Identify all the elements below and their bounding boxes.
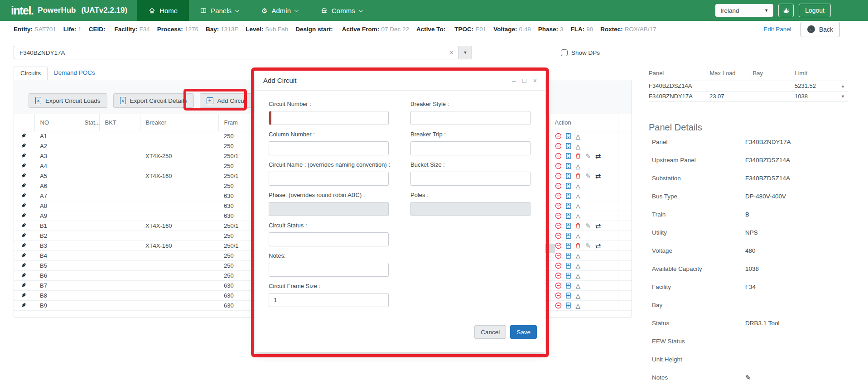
- panel-table-row[interactable]: F340BZDSZ14A 5231.52 ▲: [649, 81, 848, 91]
- panel-drawer-icon[interactable]: [564, 242, 572, 249]
- circuit-frame-size-input[interactable]: [269, 293, 389, 307]
- edit-notes-icon[interactable]: ✎: [745, 374, 751, 380]
- combobox-dropdown-button[interactable]: ▼: [458, 46, 472, 59]
- remove-circuit-icon[interactable]: [555, 163, 562, 169]
- panel-drawer-icon[interactable]: [564, 173, 572, 179]
- col-panel[interactable]: Panel: [649, 66, 708, 81]
- remove-circuit-icon[interactable]: [555, 302, 562, 309]
- delete-circuit-icon[interactable]: [574, 242, 582, 249]
- edit-circuit-icon[interactable]: ✎: [584, 153, 592, 159]
- warning-triangle-icon[interactable]: △: [574, 303, 582, 309]
- warning-triangle-icon[interactable]: △: [574, 193, 582, 199]
- remove-circuit-icon[interactable]: [555, 202, 562, 209]
- scroll-arrow-icon[interactable]: ▼: [838, 94, 848, 99]
- breaker-trip-input[interactable]: [410, 141, 530, 155]
- warning-triangle-icon[interactable]: △: [574, 203, 582, 209]
- panel-drawer-icon[interactable]: [564, 252, 572, 259]
- col-limit[interactable]: Limit: [793, 66, 836, 81]
- plug-pin-icon[interactable]: [21, 282, 27, 288]
- panel-drawer-icon[interactable]: [564, 222, 572, 229]
- show-dps-toggle[interactable]: Show DPs: [561, 49, 600, 56]
- maximize-icon[interactable]: □: [522, 77, 526, 84]
- delete-circuit-icon[interactable]: [574, 153, 582, 159]
- tab-circuits[interactable]: Circuits: [14, 67, 48, 80]
- col-no[interactable]: NO: [34, 114, 79, 131]
- warning-triangle-icon[interactable]: △: [574, 183, 582, 189]
- warning-triangle-icon[interactable]: △: [574, 263, 582, 269]
- bucket-size-input[interactable]: [410, 172, 530, 186]
- logout-button[interactable]: Logout: [799, 4, 831, 17]
- panel-drawer-icon[interactable]: [564, 202, 572, 209]
- panel-drawer-icon[interactable]: [564, 292, 572, 299]
- panel-drawer-icon[interactable]: [564, 163, 572, 169]
- plug-pin-icon[interactable]: [21, 242, 27, 248]
- warning-triangle-icon[interactable]: △: [574, 213, 582, 219]
- panel-drawer-icon[interactable]: [564, 143, 572, 149]
- warning-triangle-icon[interactable]: △: [574, 163, 582, 169]
- transfer-circuit-icon[interactable]: ⇄: [594, 173, 602, 179]
- transfer-circuit-icon[interactable]: ⇄: [594, 153, 602, 159]
- plug-pin-icon[interactable]: [21, 272, 27, 278]
- col-status[interactable]: Stat...: [79, 114, 99, 131]
- remove-circuit-icon[interactable]: [555, 153, 562, 159]
- plug-pin-icon[interactable]: [21, 202, 27, 208]
- col-bay[interactable]: Bay: [751, 66, 793, 81]
- warning-triangle-icon[interactable]: △: [574, 253, 582, 259]
- scroll-arrow-icon[interactable]: ▲: [838, 84, 848, 88]
- panel-drawer-icon[interactable]: [564, 232, 572, 239]
- panel-drawer-icon[interactable]: [564, 192, 572, 199]
- show-dps-checkbox[interactable]: [561, 49, 568, 56]
- warning-triangle-icon[interactable]: △: [574, 293, 582, 299]
- edit-circuit-icon[interactable]: ✎: [584, 222, 592, 229]
- plug-pin-icon[interactable]: [21, 132, 27, 139]
- bug-report-button[interactable]: [778, 4, 794, 17]
- panel-drawer-icon[interactable]: [564, 183, 572, 189]
- remove-circuit-icon[interactable]: [555, 183, 562, 189]
- col-breaker[interactable]: Breaker: [140, 114, 218, 131]
- warning-triangle-icon[interactable]: △: [574, 133, 582, 139]
- circuit-name-input[interactable]: [269, 172, 389, 186]
- col-bkt[interactable]: BKT: [99, 114, 140, 131]
- export-circuit-details-button[interactable]: x Export Circuit Details: [113, 93, 194, 108]
- delete-circuit-icon[interactable]: [574, 173, 582, 179]
- remove-circuit-icon[interactable]: [555, 133, 562, 139]
- save-button[interactable]: Save: [510, 325, 537, 339]
- plug-pin-icon[interactable]: [21, 152, 27, 159]
- remove-circuit-icon[interactable]: [555, 232, 562, 239]
- add-circuit-button[interactable]: + Add Circuit: [200, 93, 254, 108]
- breaker-style-input[interactable]: [410, 111, 530, 125]
- warning-triangle-icon[interactable]: △: [574, 283, 582, 289]
- circuit-status-input[interactable]: [269, 232, 389, 246]
- tab-demand-pocs[interactable]: Demand POCs: [48, 67, 101, 80]
- panel-drawer-icon[interactable]: [564, 133, 572, 139]
- cancel-button[interactable]: Cancel: [474, 325, 506, 339]
- transfer-circuit-icon[interactable]: ⇄: [594, 222, 602, 229]
- panel-drawer-icon[interactable]: [564, 262, 572, 269]
- plug-pin-icon[interactable]: [21, 302, 27, 308]
- remove-circuit-icon[interactable]: [555, 173, 562, 179]
- column-number-input[interactable]: [269, 141, 389, 155]
- plug-pin-icon[interactable]: [21, 292, 27, 298]
- plug-pin-icon[interactable]: [21, 192, 27, 198]
- edit-circuit-icon[interactable]: ✎: [584, 242, 592, 249]
- remove-circuit-icon[interactable]: [555, 252, 562, 259]
- delete-circuit-icon[interactable]: [574, 222, 582, 229]
- col-max-load[interactable]: Max Load: [708, 66, 751, 81]
- remove-circuit-icon[interactable]: [555, 262, 562, 269]
- circuit-number-input[interactable]: [269, 111, 389, 125]
- warning-triangle-icon[interactable]: △: [574, 273, 582, 279]
- nav-item-home[interactable]: Home: [137, 0, 189, 21]
- nav-item-admin[interactable]: ⚙ Admin: [250, 0, 309, 21]
- warning-triangle-icon[interactable]: △: [574, 143, 582, 149]
- plug-pin-icon[interactable]: [21, 212, 27, 218]
- plug-pin-icon[interactable]: [21, 222, 27, 228]
- panel-drawer-icon[interactable]: [564, 302, 572, 309]
- plug-pin-icon[interactable]: [21, 162, 27, 168]
- transfer-circuit-icon[interactable]: ⇄: [594, 242, 602, 249]
- remove-circuit-icon[interactable]: [555, 242, 562, 249]
- plug-pin-icon[interactable]: [21, 182, 27, 188]
- panel-drawer-icon[interactable]: [564, 153, 572, 159]
- back-button[interactable]: ← Back: [800, 22, 840, 37]
- remove-circuit-icon[interactable]: [555, 272, 562, 279]
- plug-pin-icon[interactable]: [21, 232, 27, 238]
